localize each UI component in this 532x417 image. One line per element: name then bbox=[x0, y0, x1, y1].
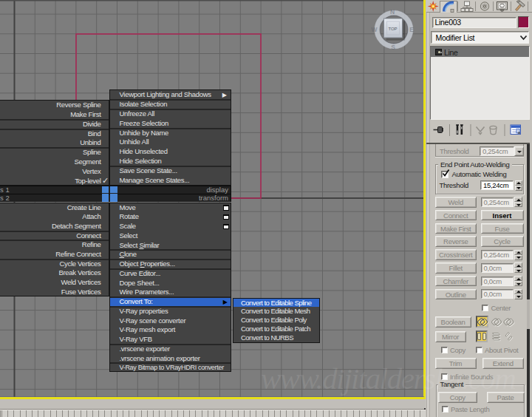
svg-text:N: N bbox=[390, 8, 395, 16]
svg-text:E: E bbox=[409, 26, 414, 33]
svg-text:W: W bbox=[371, 26, 378, 33]
svg-text:TOP: TOP bbox=[388, 27, 397, 31]
svg-text:S: S bbox=[391, 44, 395, 51]
